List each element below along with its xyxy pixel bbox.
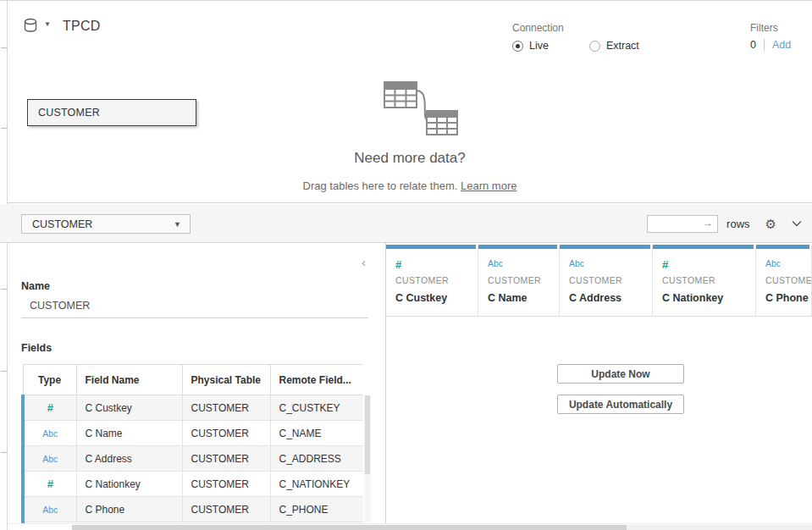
number-type-icon[interactable]: # — [47, 401, 53, 414]
database-icon[interactable] — [24, 18, 39, 35]
datasource-title: TPCD — [63, 19, 101, 34]
table-selector-dropdown[interactable]: CUSTOMER ▼ — [21, 214, 191, 234]
database-menu-caret-icon[interactable]: ▼ — [44, 20, 51, 28]
left-pane-collapsed-rail[interactable] — [0, 1, 8, 530]
string-type-icon[interactable]: Abc — [42, 454, 58, 464]
field-row-c-custkey[interactable]: # C Custkey CUSTOMER C_CUSTKEY — [23, 395, 363, 421]
fields-table-scrollbar[interactable] — [364, 395, 371, 522]
fields-table: Type Field Name Physical Table Remote Fi… — [21, 364, 363, 526]
column-accent-bar — [386, 245, 476, 249]
chevron-down-icon[interactable] — [792, 220, 802, 227]
number-type-icon: # — [395, 258, 401, 271]
learn-more-link[interactable]: Learn more — [461, 179, 516, 192]
name-label: Name — [21, 280, 50, 292]
datasource-canvas-area: ▼ TPCD Connection Live Extract Filters 0 — [8, 1, 812, 203]
column-accent-bar — [653, 245, 754, 249]
scrollbar-thumb[interactable] — [365, 395, 370, 474]
col-header-remote-field[interactable]: Remote Field... — [270, 365, 363, 395]
column-accent-bar — [560, 245, 650, 249]
radio-live-circle-icon[interactable] — [512, 41, 523, 52]
connection-label: Connection — [512, 22, 680, 34]
horizontal-scrollbar[interactable] — [0, 523, 812, 530]
dropdown-caret-icon: ▼ — [174, 220, 190, 229]
empty-state-hint: Drag tables here to relate them. Learn m… — [8, 179, 812, 192]
number-type-icon[interactable]: # — [47, 478, 53, 490]
radio-extract[interactable]: Extract — [589, 40, 639, 52]
column-accent-bar — [756, 245, 809, 249]
col-header-type[interactable]: Type — [23, 365, 76, 395]
string-type-icon[interactable]: Abc — [42, 505, 58, 515]
collapse-panel-chevron-icon[interactable]: ‹ — [362, 255, 366, 269]
field-row-c-address[interactable]: Abc C Address CUSTOMER C_ADDRESS — [23, 446, 363, 472]
field-row-c-phone[interactable]: Abc C Phone CUSTOMER C_PHONE — [23, 497, 363, 522]
rail-tick — [1, 452, 8, 453]
grid-col-c-custkey[interactable]: # CUSTOMER C Custkey — [386, 245, 478, 316]
fields-label: Fields — [21, 342, 52, 354]
grid-col-c-address[interactable]: Abc CUSTOMER C Address — [560, 245, 653, 316]
canvas-table-node-customer[interactable]: CUSTOMER — [27, 99, 196, 126]
connection-block: Connection Live Extract — [512, 22, 680, 52]
rail-tick — [1, 289, 8, 290]
tableau-datasource-page: ▼ TPCD Connection Live Extract Filters 0 — [0, 0, 812, 530]
grid-toolbar: CUSTOMER ▼ → rows ⚙ — [0, 204, 812, 243]
filters-divider — [764, 39, 765, 51]
grid-col-c-phone[interactable]: Abc CUSTOMER C Phone — [756, 245, 812, 316]
scrollbar-thumb[interactable] — [72, 525, 627, 530]
relate-tables-illustration-icon — [371, 77, 464, 138]
radio-live[interactable]: Live — [512, 40, 549, 52]
radio-extract-circle-icon[interactable] — [589, 41, 600, 52]
grid-col-c-name[interactable]: Abc CUSTOMER C Name — [478, 245, 560, 316]
fields-header-row: Type Field Name Physical Table Remote Fi… — [23, 365, 363, 395]
rail-tick — [1, 371, 8, 372]
data-grid-header: # CUSTOMER C Custkey Abc CUSTOMER C Name… — [386, 245, 812, 317]
update-now-button[interactable]: Update Now — [557, 364, 684, 384]
datasource-title-row: ▼ TPCD — [24, 18, 101, 35]
filters-label: Filters — [750, 22, 791, 34]
update-automatically-button[interactable]: Update Automatically — [557, 395, 684, 414]
rail-tick — [1, 47, 8, 48]
string-type-icon: Abc — [569, 258, 584, 268]
filters-count: 0 — [750, 39, 756, 51]
table-name-input[interactable]: CUSTOMER — [21, 294, 368, 318]
col-header-physical-table[interactable]: Physical Table — [182, 365, 270, 395]
filters-add-link[interactable]: Add — [772, 39, 791, 51]
field-row-c-nationkey[interactable]: # C Nationkey CUSTOMER C_NATIONKEY — [23, 472, 363, 497]
col-header-field-name[interactable]: Field Name — [76, 365, 182, 395]
empty-state-title: Need more data? — [8, 150, 812, 167]
string-type-icon: Abc — [488, 258, 503, 268]
filters-block: Filters 0 Add — [750, 22, 791, 51]
grid-settings-gear-icon[interactable]: ⚙ — [765, 218, 776, 230]
number-type-icon: # — [662, 258, 668, 271]
field-row-c-name[interactable]: Abc C Name CUSTOMER C_NAME — [23, 421, 363, 446]
column-accent-bar — [478, 245, 557, 249]
rail-tick — [1, 128, 8, 129]
rows-label: rows — [726, 218, 749, 230]
string-type-icon[interactable]: Abc — [42, 428, 58, 439]
grid-col-c-nationkey[interactable]: # CUSTOMER C Nationkey — [653, 245, 756, 316]
string-type-icon: Abc — [765, 258, 781, 268]
apply-rows-arrow-icon[interactable]: → — [703, 217, 713, 229]
connection-options: Live Extract — [512, 40, 680, 52]
lower-split-area: ‹ Name CUSTOMER Fields Type Field Name P… — [0, 243, 812, 530]
